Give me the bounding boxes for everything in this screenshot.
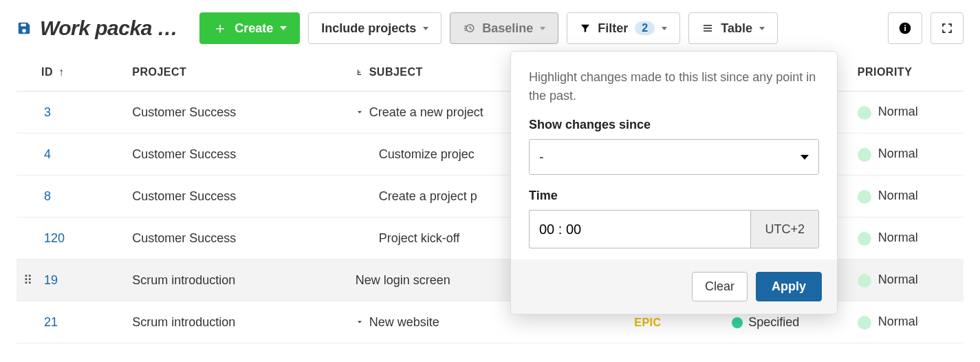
time-input[interactable] [529,210,750,248]
baseline-icon [463,22,475,34]
expand-caret-icon[interactable] [356,108,365,116]
id-cell[interactable]: 4 [37,147,120,162]
filter-button[interactable]: Filter 2 [567,12,680,44]
project-cell: Scrum introduction [127,259,349,301]
clear-button[interactable]: Clear [692,272,748,301]
fullscreen-icon [941,22,953,34]
create-label: Create [235,21,273,36]
view-mode-label: Table [721,21,752,36]
caret-down-icon [540,27,545,30]
fullscreen-button[interactable] [930,12,963,44]
id-cell[interactable]: 3 [37,105,120,120]
apply-button[interactable]: Apply [756,272,822,301]
include-projects-button[interactable]: Include projects [308,12,442,44]
column-header-project[interactable]: PROJECT [127,56,349,92]
caret-down-icon [662,27,667,30]
column-header-id[interactable]: ID↑ [17,56,127,92]
baseline-button[interactable]: Baseline [450,12,558,44]
priority-cell: Normal [852,259,963,301]
caret-down-icon [759,27,765,30]
id-cell[interactable]: 21 [37,315,120,330]
page-title[interactable]: Work packa … [40,17,177,40]
id-cell[interactable]: 8 [37,189,120,204]
popover-help-text: Highlight changes made to this list sinc… [529,68,819,105]
id-cell[interactable]: 120 [37,231,120,246]
include-projects-label: Include projects [321,21,416,36]
priority-cell: Normal [852,217,963,259]
select-value: - [539,149,544,165]
filter-label: Filter [598,21,628,36]
expand-caret-icon[interactable] [356,318,365,326]
priority-cell: Normal [852,134,963,175]
create-button[interactable]: ＋ Create [199,12,300,44]
caret-down-icon [801,155,809,160]
caret-down-icon [280,26,287,30]
project-cell: Customer Success [127,175,349,217]
hierarchy-icon [356,68,365,78]
baseline-label: Baseline [482,21,533,36]
priority-cell: Normal [852,301,963,343]
info-button[interactable]: i [888,12,922,44]
filter-icon [580,23,591,34]
baseline-popover: Highlight changes made to this list sinc… [510,51,838,315]
toolbar: Work packa … ＋ Create Include projects B… [0,0,980,56]
column-header-priority[interactable]: PRIORITY [852,56,963,92]
view-mode-button[interactable]: Table [688,12,778,44]
plus-icon: ＋ [213,18,228,39]
project-cell: Scrum introduction [127,301,349,343]
project-cell: Customer Success [127,217,349,259]
drag-handle-icon[interactable]: ⠿ [22,273,37,288]
caret-down-icon [423,27,428,30]
table-icon [701,23,714,34]
show-changes-since-label: Show changes since [529,118,819,132]
info-icon: i [898,21,912,35]
save-icon[interactable] [17,21,32,36]
id-cell[interactable]: 19 [37,273,120,288]
time-label: Time [529,189,819,203]
title-area: Work packa … [17,17,177,40]
priority-cell: Normal [852,92,963,134]
show-changes-since-select[interactable]: - [529,139,819,175]
sort-ascending-icon: ↑ [58,66,65,78]
timezone-badge: UTC+2 [750,210,819,248]
filter-count-badge: 2 [635,21,655,35]
priority-cell: Normal [852,175,963,217]
project-cell: Customer Success [127,134,349,175]
project-cell: Customer Success [127,92,349,134]
